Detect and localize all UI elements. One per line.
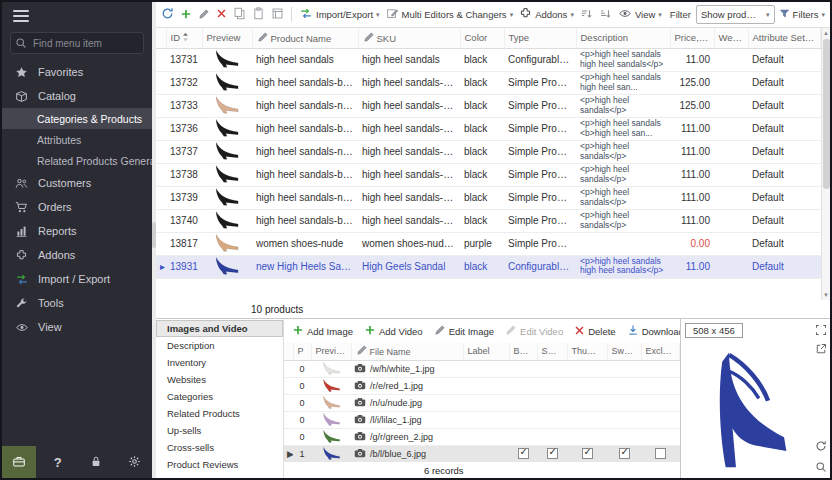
cell-thumbnail[interactable] (567, 428, 607, 445)
cell-thumbnail[interactable] (567, 411, 607, 428)
cell-swatch[interactable] (607, 445, 641, 462)
cell-swatch[interactable] (607, 411, 641, 428)
cell-price[interactable]: 125.00 (670, 94, 714, 117)
cell-small[interactable] (537, 377, 567, 394)
cell-label[interactable] (463, 377, 509, 394)
product-thumbnail[interactable] (202, 71, 252, 94)
cell-product-name[interactable]: high heel sandals-black-38 (252, 209, 358, 232)
sidebar-item-attributes[interactable]: Attributes (2, 129, 152, 150)
cell-file-name[interactable]: /w/h/white_1.jpg (351, 360, 463, 377)
multi-editors-menu[interactable]: Multi Editors & Changers▾ (384, 5, 516, 24)
delete-button[interactable]: Delete (572, 323, 617, 340)
cell-attribute-set[interactable]: Default (748, 232, 821, 255)
cell-position[interactable]: 0 (293, 411, 311, 428)
cell-thumbnail[interactable] (567, 377, 607, 394)
lock-button[interactable] (79, 446, 113, 478)
cell-description[interactable]: <p>high heel sandals</p> (576, 163, 670, 186)
product-row-13731[interactable]: 13731high heel sandalshigh heel sandalsb… (156, 48, 821, 71)
cell-product-name[interactable]: new High Heels Sandals (252, 255, 358, 278)
tab-product-reviews[interactable]: Product Reviews (156, 456, 283, 473)
cell-description[interactable] (576, 232, 670, 255)
cell-position[interactable]: 1 (293, 445, 311, 462)
cell-thumbnail[interactable] (567, 445, 607, 462)
product-thumbnail[interactable] (202, 94, 252, 117)
cell-product-name[interactable]: high heel sandals-nude (252, 94, 358, 117)
cell-sku[interactable]: high heel sandals-nude-37 (358, 186, 460, 209)
product-row-13737[interactable]: 13737high heel sandals-nude-36high heel … (156, 140, 821, 163)
column-header-type[interactable]: Type (504, 28, 576, 48)
cell-exclude[interactable] (641, 411, 680, 428)
sidebar-item-view[interactable]: View (2, 315, 152, 339)
zoom-button[interactable] (815, 461, 827, 473)
tab-cross-sells[interactable]: Cross-sells (156, 439, 283, 456)
column-header-base[interactable]: Base (509, 343, 537, 360)
cell-swatch[interactable] (607, 377, 641, 394)
cell-type[interactable]: Simple Product (504, 163, 576, 186)
cell-base[interactable] (509, 394, 537, 411)
add-product-button[interactable] (178, 6, 194, 24)
column-header-preview[interactable]: Preview (202, 28, 252, 48)
column-header-exclude[interactable]: Exclude (641, 343, 680, 360)
tab-up-sells[interactable]: Up-sells (156, 422, 283, 439)
cell-id[interactable]: 13736 (166, 117, 202, 140)
cell-file-name[interactable]: /n/u/nude.jpg (351, 394, 463, 411)
cell-sku[interactable]: high heel sandals-black-36 (358, 117, 460, 140)
column-header-attribute-set-name[interactable]: Attribute Set Name (748, 28, 821, 48)
cell-product-name[interactable]: high heel sandals-nude-37 (252, 186, 358, 209)
checkbox[interactable] (619, 448, 630, 459)
cell-thumbnail[interactable] (567, 394, 607, 411)
cell-color[interactable]: black (460, 117, 504, 140)
scroll-up-arrow-icon[interactable]: ▲ (823, 28, 829, 38)
checkbox[interactable] (655, 448, 666, 459)
cell-attribute-set[interactable]: Default (748, 117, 821, 140)
cell-label[interactable] (463, 411, 509, 428)
cell-label[interactable] (463, 360, 509, 377)
cell-product-name[interactable]: high heel sandals (252, 48, 358, 71)
sidebar-item-catalog[interactable]: Catalog (2, 84, 152, 108)
column-header-file-name[interactable]: File Name (351, 343, 463, 360)
cell-product-name[interactable]: high heel sandals-black (252, 71, 358, 94)
cell-color[interactable]: black (460, 94, 504, 117)
cell-color[interactable]: black (460, 163, 504, 186)
column-header-thumbna[interactable]: Thumbna (567, 343, 607, 360)
cell-product-name[interactable]: high heel sandals-nude-36 (252, 140, 358, 163)
cell-id[interactable]: 13931 (166, 255, 202, 278)
cell-id[interactable]: 13737 (166, 140, 202, 163)
image-thumbnail[interactable] (311, 445, 351, 462)
product-thumbnail[interactable] (202, 255, 252, 278)
sidebar-item-related-products-generator[interactable]: Related Products Generator (2, 150, 152, 171)
cell-color[interactable]: purple (460, 232, 504, 255)
cell-thumbnail[interactable] (567, 360, 607, 377)
cell-description[interactable]: <p>high heel sandals high heel san... (576, 71, 670, 94)
tab-categories[interactable]: Categories (156, 388, 283, 405)
cell-attribute-set[interactable]: Default (748, 71, 821, 94)
refresh-button[interactable] (159, 5, 176, 24)
tab-images-and-video[interactable]: Images and Video (156, 320, 283, 337)
cell-color[interactable]: black (460, 186, 504, 209)
cell-weight[interactable] (714, 255, 748, 278)
cell-sku[interactable]: high heel sandals-black-37 (358, 163, 460, 186)
cell-exclude[interactable] (641, 445, 680, 462)
cell-product-name[interactable]: women shoes-nude (252, 232, 358, 255)
cell-weight[interactable] (714, 209, 748, 232)
product-thumbnail[interactable] (202, 186, 252, 209)
rotate-button[interactable] (815, 440, 827, 452)
column-header-product-name[interactable]: Product Name (252, 28, 358, 48)
edit-video-button[interactable]: Edit Video (503, 322, 565, 340)
column-header-weight[interactable]: Weight (714, 28, 748, 48)
import-export-menu[interactable]: Import/Export▾ (297, 5, 382, 24)
cell-exclude[interactable] (641, 377, 680, 394)
column-header-sku[interactable]: SKU (358, 28, 460, 48)
cell-label[interactable] (463, 394, 509, 411)
cell-type[interactable]: Simple Product (504, 209, 576, 232)
column-header-small[interactable]: Small (537, 343, 567, 360)
sidebar-item-reports[interactable]: Reports (2, 219, 152, 243)
row-expander[interactable]: ▸ (156, 255, 166, 278)
product-row-13817[interactable]: 13817women shoes-nudewomen shoes-nude-2p… (156, 232, 821, 255)
cell-price[interactable]: 111.00 (670, 209, 714, 232)
sidebar-item-import-export[interactable]: Import / Export (2, 267, 152, 291)
cell-color[interactable]: black (460, 140, 504, 163)
cell-description[interactable]: <p>high heel sandals</p> (576, 186, 670, 209)
column-header-id[interactable]: ID (166, 28, 202, 48)
cell-price[interactable]: 111.00 (670, 140, 714, 163)
